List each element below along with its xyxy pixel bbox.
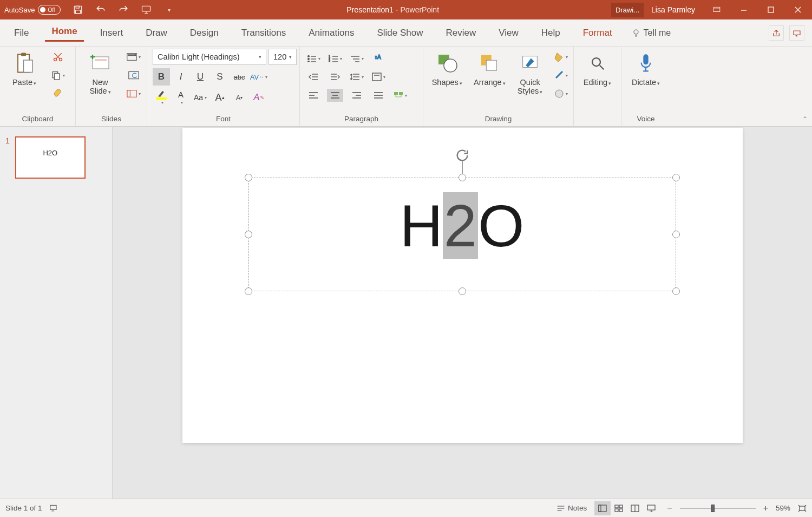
share-button[interactable]: [769, 25, 784, 41]
paste-button[interactable]: Paste: [5, 49, 43, 87]
list-level-button[interactable]: [349, 52, 365, 65]
dictate-button[interactable]: Dictate: [627, 49, 665, 87]
tab-transitions[interactable]: Transitions: [235, 25, 293, 41]
cut-icon[interactable]: [51, 50, 65, 64]
fit-window-button[interactable]: [798, 505, 807, 512]
tab-animations[interactable]: Animations: [302, 25, 361, 41]
tab-view[interactable]: View: [492, 25, 525, 41]
tab-home[interactable]: Home: [45, 24, 83, 42]
tab-insert[interactable]: Insert: [94, 25, 130, 41]
shape-effects-icon[interactable]: [554, 87, 568, 101]
tab-help[interactable]: Help: [535, 25, 567, 41]
strikethrough-button[interactable]: abc: [231, 68, 248, 86]
bullets-button[interactable]: [305, 52, 322, 65]
italic-button[interactable]: I: [172, 68, 189, 86]
handle-sw[interactable]: [245, 287, 252, 295]
comments-button[interactable]: [789, 25, 804, 41]
redo-icon[interactable]: [118, 4, 129, 15]
bold-button[interactable]: B: [153, 68, 170, 86]
handle-ne[interactable]: [672, 174, 680, 181]
align-center-button[interactable]: [327, 89, 343, 102]
char-spacing-button[interactable]: AV↔: [250, 68, 267, 86]
reset-icon[interactable]: [127, 68, 141, 82]
smartart-button[interactable]: [392, 89, 408, 102]
underline-button[interactable]: U: [192, 68, 209, 86]
font-size-combo[interactable]: 120▾: [269, 49, 297, 65]
undo-icon[interactable]: [95, 4, 106, 15]
thumbnail-1[interactable]: 1 H2O: [5, 136, 107, 179]
maximize-icon[interactable]: [761, 2, 781, 18]
numbering-button[interactable]: 123: [327, 52, 343, 65]
user-name[interactable]: Lisa Parmley: [651, 5, 695, 14]
highlight-button[interactable]: [153, 90, 170, 105]
handle-s[interactable]: [459, 287, 466, 295]
slide-editor[interactable]: H2O: [113, 127, 812, 499]
notes-button[interactable]: Notes: [556, 504, 587, 512]
format-painter-icon[interactable]: [51, 87, 65, 101]
svg-rect-80: [615, 505, 618, 508]
normal-view-button[interactable]: [594, 501, 611, 515]
slide-counter[interactable]: Slide 1 of 1: [5, 504, 42, 512]
handle-nw[interactable]: [245, 174, 252, 181]
zoom-out-button[interactable]: −: [667, 503, 672, 513]
tab-format[interactable]: Format: [577, 25, 619, 41]
new-slide-button[interactable]: New Slide: [81, 49, 119, 95]
shapes-button[interactable]: Shapes: [429, 49, 466, 87]
handle-n[interactable]: [459, 174, 466, 181]
align-text-button[interactable]: [370, 70, 387, 83]
decrease-indent-button[interactable]: [305, 70, 322, 83]
tab-review[interactable]: Review: [439, 25, 482, 41]
tab-file[interactable]: File: [8, 25, 35, 41]
shadow-button[interactable]: S: [211, 68, 228, 86]
thumbnail-panel[interactable]: 1 H2O: [0, 127, 113, 499]
shrink-font-button[interactable]: A▾: [231, 89, 248, 106]
align-left-button[interactable]: [305, 89, 322, 102]
reading-view-button[interactable]: [627, 501, 643, 515]
handle-se[interactable]: [672, 287, 680, 295]
autosave-pill[interactable]: Off: [38, 5, 61, 15]
editing-button[interactable]: Editing: [579, 49, 615, 87]
minimize-icon[interactable]: [734, 2, 754, 18]
tab-draw[interactable]: Draw: [139, 25, 174, 41]
tell-me[interactable]: Tell me: [632, 28, 671, 38]
thumbnail-preview[interactable]: H2O: [15, 136, 86, 179]
arrange-button[interactable]: Arrange: [473, 49, 507, 87]
zoom-thumb[interactable]: [711, 505, 715, 512]
slideshow-view-button[interactable]: [643, 501, 659, 515]
grow-font-button[interactable]: A▴: [211, 89, 228, 106]
sorter-view-button[interactable]: [611, 501, 627, 515]
ribbon-display-icon[interactable]: [707, 2, 726, 18]
font-name-combo[interactable]: Calibri Light (Headings)▾: [153, 49, 266, 65]
autosave-toggle[interactable]: AutoSave Off: [4, 5, 61, 15]
change-case-button[interactable]: Aa: [192, 89, 209, 106]
align-right-button[interactable]: [349, 89, 365, 102]
rotate-handle-icon[interactable]: [455, 148, 470, 163]
save-icon[interactable]: [73, 4, 83, 15]
tab-design[interactable]: Design: [184, 25, 225, 41]
title-text[interactable]: H2O: [248, 196, 676, 256]
text-direction-button[interactable]: ↕A: [370, 52, 387, 65]
zoom-slider[interactable]: [680, 503, 756, 513]
quick-styles-button[interactable]: Quick Styles: [514, 49, 546, 95]
font-color-button[interactable]: A: [172, 90, 189, 105]
zoom-in-button[interactable]: +: [763, 503, 768, 513]
collapse-ribbon-icon[interactable]: ⌃: [802, 115, 808, 123]
justify-button[interactable]: [370, 89, 387, 102]
copy-icon[interactable]: [51, 68, 65, 82]
zoom-value[interactable]: 59%: [776, 504, 790, 512]
shape-outline-icon[interactable]: [554, 68, 568, 82]
present-icon[interactable]: [141, 4, 152, 15]
title-textbox[interactable]: H2O: [248, 178, 676, 291]
qat-customize-icon[interactable]: ▾: [163, 4, 174, 15]
spellcheck-icon[interactable]: [50, 505, 58, 512]
editing-group-label: [579, 113, 615, 126]
section-icon[interactable]: [127, 87, 141, 101]
line-spacing-button[interactable]: [349, 70, 365, 83]
slide-canvas[interactable]: H2O: [182, 128, 743, 443]
increase-indent-button[interactable]: [327, 70, 343, 83]
clear-format-button[interactable]: A✎: [250, 89, 267, 106]
close-icon[interactable]: [788, 2, 808, 18]
tab-slideshow[interactable]: Slide Show: [370, 25, 429, 41]
layout-icon[interactable]: [127, 50, 141, 64]
shape-fill-icon[interactable]: [554, 50, 568, 64]
